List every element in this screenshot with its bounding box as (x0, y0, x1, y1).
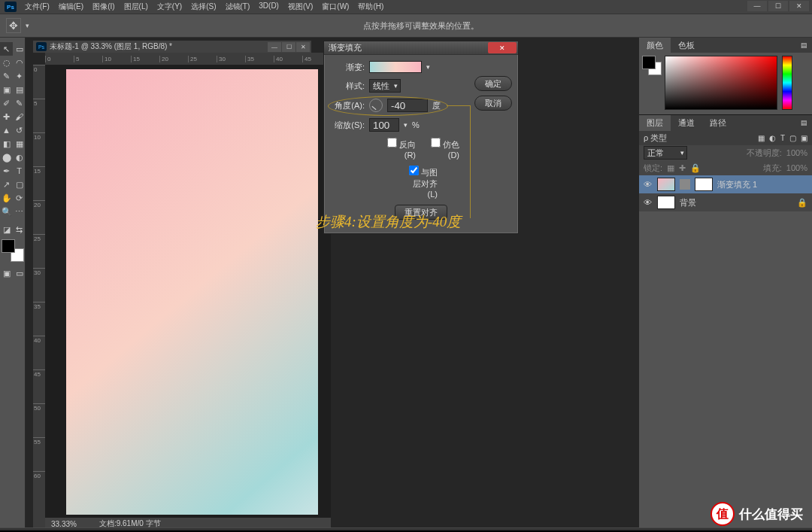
color-field[interactable] (665, 56, 777, 110)
doc-minimize-button[interactable]: — (268, 42, 281, 52)
menu-select[interactable]: 选择(S) (187, 0, 220, 14)
doc-close-button[interactable]: ✕ (296, 42, 310, 52)
layer-mask-link-icon[interactable] (680, 179, 690, 190)
layer-name[interactable]: 背景 (680, 197, 696, 208)
cancel-button[interactable]: 取消 (474, 96, 512, 111)
ruler-vertical[interactable]: 051015202530354045505560 (33, 65, 45, 530)
filter-pixel-icon[interactable]: ▦ (758, 134, 765, 142)
panel-menu-icon[interactable]: ▤ (793, 39, 812, 51)
magic-wand-tool[interactable]: ✦ (13, 69, 26, 83)
eyedropper-tool[interactable]: ✐ (0, 96, 13, 110)
menu-view[interactable]: 视图(V) (284, 0, 317, 14)
menu-file[interactable]: 文件(F) (21, 0, 53, 14)
menu-layer[interactable]: 图层(L) (120, 0, 152, 14)
opacity-value[interactable]: 100% (786, 148, 807, 157)
quickmask-tool[interactable]: ▣ (0, 266, 13, 280)
dialog-titlebar[interactable]: 渐变填充 ✕ (324, 41, 518, 55)
menu-edit[interactable]: 编辑(E) (55, 0, 87, 14)
tab-swatches[interactable]: 色板 (671, 38, 702, 53)
zoom-tool[interactable]: 🔍 (0, 205, 13, 218)
gradient-tool[interactable]: ▦ (13, 137, 26, 150)
history-brush-tool[interactable]: ↺ (13, 123, 26, 137)
brush-tool[interactable]: 🖌 (13, 110, 26, 123)
layer-mask-thumbnail[interactable] (695, 178, 713, 191)
edit-toolbar[interactable]: ⋯ (13, 205, 26, 218)
layer-row[interactable]: 👁 渐变填充 1 (639, 175, 812, 193)
quick-select-tool[interactable]: ✎ (0, 69, 13, 83)
gradient-picker[interactable] (369, 61, 422, 73)
filter-adjust-icon[interactable]: ◐ (769, 134, 776, 142)
shape-tool[interactable]: ▢ (13, 178, 26, 191)
layer-thumbnail[interactable] (657, 196, 675, 209)
tab-color[interactable]: 颜色 (639, 38, 671, 53)
tab-paths[interactable]: 路径 (702, 115, 734, 131)
fg-color-box[interactable] (642, 56, 656, 69)
window-close-button[interactable]: ✕ (789, 1, 809, 11)
visibility-icon[interactable]: 👁 (644, 198, 653, 207)
scale-input[interactable] (369, 118, 399, 132)
angle-wheel[interactable] (369, 99, 383, 112)
stamp-tool[interactable]: ▲ (0, 123, 13, 137)
lock-position-icon[interactable]: ✚ (679, 163, 686, 173)
doc-maximize-button[interactable]: ☐ (282, 42, 295, 52)
foreground-color-swatch[interactable] (2, 239, 15, 253)
panel-menu-icon[interactable]: ▤ (793, 117, 812, 129)
pen-tool[interactable]: ✒ (0, 164, 13, 178)
eraser-tool[interactable]: ◧ (0, 137, 13, 150)
default-colors-icon[interactable]: ◪ (0, 223, 13, 236)
zoom-level[interactable]: 33.33% (51, 520, 77, 528)
hue-slider[interactable] (782, 56, 792, 110)
lock-pixels-icon[interactable]: ▦ (667, 163, 674, 173)
align-checkbox[interactable]: 与图层对齐(L) (404, 166, 438, 199)
crop-tool[interactable]: ▣ (0, 83, 13, 96)
scale-dropdown-icon[interactable]: ▾ (404, 121, 408, 129)
blend-mode-select[interactable]: 正常 (644, 146, 687, 160)
window-minimize-button[interactable]: — (747, 1, 767, 11)
move-tool[interactable]: ↖ (0, 42, 13, 56)
color-swatch[interactable] (2, 239, 24, 262)
dialog-close-button[interactable]: ✕ (488, 42, 517, 53)
menu-3d[interactable]: 3D(D) (255, 0, 283, 14)
tab-layers[interactable]: 图层 (639, 115, 671, 131)
filter-type-icon[interactable]: T (780, 134, 785, 142)
layer-thumbnail[interactable] (657, 178, 675, 191)
menu-image[interactable]: 图像(I) (89, 0, 118, 14)
menu-help[interactable]: 帮助(H) (354, 0, 387, 14)
move-tool-icon[interactable] (6, 18, 21, 33)
document-titlebar[interactable]: Ps 未标题-1 @ 33.3% (图层 1, RGB/8) * — ☐ ✕ (33, 41, 311, 53)
layer-name[interactable]: 渐变填充 1 (717, 179, 757, 190)
style-select[interactable]: 线性 (369, 79, 401, 93)
ok-button[interactable]: 确定 (474, 76, 512, 91)
screenmode-tool[interactable]: ▭ (13, 266, 26, 280)
swap-colors-icon[interactable]: ⇆ (13, 223, 26, 236)
path-tool[interactable]: ↗ (0, 178, 13, 191)
menu-window[interactable]: 窗口(W) (318, 0, 353, 14)
angle-input[interactable] (387, 99, 428, 112)
type-tool[interactable]: T (13, 164, 26, 178)
dodge-tool[interactable]: ◐ (13, 150, 26, 164)
filter-smart-icon[interactable]: ▣ (801, 134, 807, 142)
gradient-fill-dialog[interactable]: 渐变填充 ✕ 确定 取消 渐变: ▾ 样式: 线性 (323, 41, 519, 234)
fill-value[interactable]: 100% (786, 163, 807, 172)
healing-tool[interactable]: ✚ (0, 110, 13, 123)
artboard-tool[interactable]: ▭ (13, 42, 26, 56)
gradient-dropdown-icon[interactable]: ▾ (426, 63, 430, 71)
tab-channels[interactable]: 通道 (671, 115, 702, 131)
window-maximize-button[interactable]: ☐ (768, 1, 788, 11)
blur-tool[interactable]: ⬤ (0, 150, 13, 164)
ruler-horizontal[interactable]: 051015202530354045 (45, 53, 331, 65)
visibility-icon[interactable]: 👁 (644, 180, 653, 189)
layer-filter[interactable]: ρ 类型 (644, 132, 667, 144)
dither-checkbox[interactable]: 仿色(D) (426, 138, 459, 160)
lasso-tool[interactable]: ◠ (13, 56, 26, 69)
hand-tool[interactable]: ✋ (0, 191, 13, 205)
marquee-tool[interactable]: ◌ (0, 56, 13, 69)
ruler-tool[interactable]: ✎ (13, 96, 26, 110)
menu-type[interactable]: 文字(Y) (153, 0, 186, 14)
reverse-checkbox[interactable]: 反向(R) (383, 138, 416, 160)
lock-all-icon[interactable]: 🔒 (690, 163, 701, 173)
menu-filter[interactable]: 滤镜(T) (222, 0, 254, 14)
slice-tool[interactable]: ▤ (13, 83, 26, 96)
rotate-tool[interactable]: ⟳ (13, 191, 26, 205)
document-canvas[interactable]: 33.33% 文档:9.61M/0 字节 (45, 65, 331, 530)
